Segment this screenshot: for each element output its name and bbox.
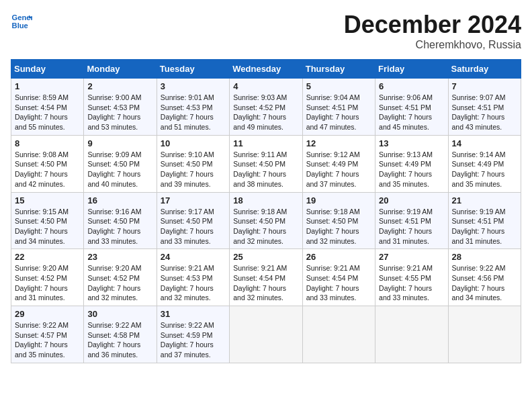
weekday-header-cell: Wednesday xyxy=(230,60,302,79)
day-detail: Sunrise: 9:20 AMSunset: 4:52 PMDaylight:… xyxy=(15,264,69,302)
day-number: 17 xyxy=(161,195,226,205)
day-number: 3 xyxy=(161,81,226,91)
day-detail: Sunrise: 9:21 AMSunset: 4:54 PMDaylight:… xyxy=(233,264,287,302)
day-detail: Sunrise: 9:13 AMSunset: 4:49 PMDaylight:… xyxy=(379,150,433,188)
day-detail: Sunrise: 9:19 AMSunset: 4:51 PMDaylight:… xyxy=(452,208,506,245)
calendar-table: SundayMondayTuesdayWednesdayThursdayFrid… xyxy=(11,59,521,363)
calendar-day-cell: 17 Sunrise: 9:17 AMSunset: 4:50 PMDaylig… xyxy=(157,192,229,249)
day-detail: Sunrise: 9:21 AMSunset: 4:55 PMDaylight:… xyxy=(379,264,433,302)
calendar-day-cell: 15 Sunrise: 9:15 AMSunset: 4:50 PMDaylig… xyxy=(11,192,84,249)
day-number: 11 xyxy=(233,138,298,148)
calendar-day-cell: 14 Sunrise: 9:14 AMSunset: 4:49 PMDaylig… xyxy=(448,135,521,192)
title-block: December 2024 Cheremkhovo, Russia xyxy=(344,11,521,51)
calendar-week-row: 8 Sunrise: 9:08 AMSunset: 4:50 PMDayligh… xyxy=(11,135,521,192)
day-number: 4 xyxy=(233,81,298,91)
page-header: General Blue December 2024 Cheremkhovo, … xyxy=(11,11,521,51)
calendar-day-cell: 18 Sunrise: 9:18 AMSunset: 4:50 PMDaylig… xyxy=(230,192,302,249)
day-number: 8 xyxy=(15,138,80,148)
day-number: 12 xyxy=(306,138,371,148)
day-detail: Sunrise: 9:18 AMSunset: 4:50 PMDaylight:… xyxy=(233,208,287,245)
calendar-day-cell: 9 Sunrise: 9:09 AMSunset: 4:50 PMDayligh… xyxy=(84,135,157,192)
calendar-day-cell: 28 Sunrise: 9:22 AMSunset: 4:56 PMDaylig… xyxy=(448,249,521,306)
day-number: 5 xyxy=(306,81,371,91)
day-detail: Sunrise: 9:22 AMSunset: 4:58 PMDaylight:… xyxy=(87,321,141,359)
day-number: 15 xyxy=(15,195,80,205)
day-number: 18 xyxy=(233,195,298,205)
calendar-day-cell: 26 Sunrise: 9:21 AMSunset: 4:54 PMDaylig… xyxy=(302,249,375,306)
calendar-day-cell xyxy=(302,306,375,363)
day-number: 26 xyxy=(306,252,371,262)
day-number: 24 xyxy=(161,252,226,262)
calendar-day-cell: 20 Sunrise: 9:19 AMSunset: 4:51 PMDaylig… xyxy=(375,192,448,249)
day-number: 27 xyxy=(379,252,444,262)
day-number: 7 xyxy=(452,81,517,91)
calendar-day-cell: 8 Sunrise: 9:08 AMSunset: 4:50 PMDayligh… xyxy=(11,135,84,192)
day-detail: Sunrise: 9:04 AMSunset: 4:51 PMDaylight:… xyxy=(306,93,360,131)
weekday-header-cell: Sunday xyxy=(11,60,84,79)
logo-icon: General Blue xyxy=(11,11,32,32)
calendar-day-cell: 29 Sunrise: 9:22 AMSunset: 4:57 PMDaylig… xyxy=(11,306,84,363)
weekday-header-cell: Friday xyxy=(375,60,448,79)
day-number: 31 xyxy=(161,309,226,319)
day-number: 16 xyxy=(87,195,152,205)
day-detail: Sunrise: 9:07 AMSunset: 4:51 PMDaylight:… xyxy=(452,93,506,131)
calendar-day-cell: 30 Sunrise: 9:22 AMSunset: 4:58 PMDaylig… xyxy=(84,306,157,363)
calendar-day-cell: 25 Sunrise: 9:21 AMSunset: 4:54 PMDaylig… xyxy=(230,249,302,306)
logo: General Blue xyxy=(11,11,32,32)
day-number: 9 xyxy=(87,138,152,148)
day-number: 23 xyxy=(87,252,152,262)
calendar-day-cell xyxy=(448,306,521,363)
day-detail: Sunrise: 9:03 AMSunset: 4:52 PMDaylight:… xyxy=(233,93,287,131)
calendar-day-cell: 22 Sunrise: 9:20 AMSunset: 4:52 PMDaylig… xyxy=(11,249,84,306)
day-number: 14 xyxy=(452,138,517,148)
day-detail: Sunrise: 9:01 AMSunset: 4:53 PMDaylight:… xyxy=(161,93,214,131)
day-detail: Sunrise: 9:15 AMSunset: 4:50 PMDaylight:… xyxy=(15,208,69,245)
day-number: 6 xyxy=(379,81,444,91)
day-detail: Sunrise: 9:00 AMSunset: 4:53 PMDaylight:… xyxy=(87,93,141,131)
calendar-day-cell: 27 Sunrise: 9:21 AMSunset: 4:55 PMDaylig… xyxy=(375,249,448,306)
calendar-body: 1 Sunrise: 8:59 AMSunset: 4:54 PMDayligh… xyxy=(11,79,521,363)
calendar-day-cell: 6 Sunrise: 9:06 AMSunset: 4:51 PMDayligh… xyxy=(375,79,448,136)
calendar-day-cell xyxy=(375,306,448,363)
calendar-day-cell: 24 Sunrise: 9:21 AMSunset: 4:53 PMDaylig… xyxy=(157,249,229,306)
day-number: 29 xyxy=(15,309,80,319)
calendar-day-cell: 7 Sunrise: 9:07 AMSunset: 4:51 PMDayligh… xyxy=(448,79,521,136)
day-number: 1 xyxy=(15,81,80,91)
day-number: 13 xyxy=(379,138,444,148)
weekday-header-cell: Thursday xyxy=(302,60,375,79)
day-detail: Sunrise: 9:21 AMSunset: 4:53 PMDaylight:… xyxy=(161,264,214,302)
calendar-day-cell: 31 Sunrise: 9:22 AMSunset: 4:59 PMDaylig… xyxy=(157,306,229,363)
day-detail: Sunrise: 8:59 AMSunset: 4:54 PMDaylight:… xyxy=(15,93,69,131)
day-number: 21 xyxy=(452,195,517,205)
calendar-day-cell: 10 Sunrise: 9:10 AMSunset: 4:50 PMDaylig… xyxy=(157,135,229,192)
calendar-day-cell: 16 Sunrise: 9:16 AMSunset: 4:50 PMDaylig… xyxy=(84,192,157,249)
calendar-week-row: 29 Sunrise: 9:22 AMSunset: 4:57 PMDaylig… xyxy=(11,306,521,363)
day-detail: Sunrise: 9:06 AMSunset: 4:51 PMDaylight:… xyxy=(379,93,433,131)
weekday-header-cell: Saturday xyxy=(448,60,521,79)
day-detail: Sunrise: 9:18 AMSunset: 4:50 PMDaylight:… xyxy=(306,208,360,245)
weekday-header-row: SundayMondayTuesdayWednesdayThursdayFrid… xyxy=(11,60,521,79)
day-number: 30 xyxy=(87,309,152,319)
calendar-day-cell: 2 Sunrise: 9:00 AMSunset: 4:53 PMDayligh… xyxy=(84,79,157,136)
day-number: 19 xyxy=(306,195,371,205)
calendar-day-cell: 11 Sunrise: 9:11 AMSunset: 4:50 PMDaylig… xyxy=(230,135,302,192)
day-number: 22 xyxy=(15,252,80,262)
day-detail: Sunrise: 9:10 AMSunset: 4:50 PMDaylight:… xyxy=(161,150,214,188)
day-number: 20 xyxy=(379,195,444,205)
day-detail: Sunrise: 9:08 AMSunset: 4:50 PMDaylight:… xyxy=(15,150,69,188)
weekday-header-cell: Tuesday xyxy=(157,60,229,79)
calendar-day-cell: 13 Sunrise: 9:13 AMSunset: 4:49 PMDaylig… xyxy=(375,135,448,192)
day-number: 2 xyxy=(87,81,152,91)
day-detail: Sunrise: 9:17 AMSunset: 4:50 PMDaylight:… xyxy=(161,208,214,245)
day-detail: Sunrise: 9:22 AMSunset: 4:57 PMDaylight:… xyxy=(15,321,69,359)
day-detail: Sunrise: 9:09 AMSunset: 4:50 PMDaylight:… xyxy=(87,150,141,188)
day-number: 10 xyxy=(161,138,226,148)
day-detail: Sunrise: 9:19 AMSunset: 4:51 PMDaylight:… xyxy=(379,208,433,245)
day-detail: Sunrise: 9:22 AMSunset: 4:59 PMDaylight:… xyxy=(161,321,214,359)
calendar-subtitle: Cheremkhovo, Russia xyxy=(344,39,521,51)
day-detail: Sunrise: 9:21 AMSunset: 4:54 PMDaylight:… xyxy=(306,264,360,302)
calendar-day-cell: 23 Sunrise: 9:20 AMSunset: 4:52 PMDaylig… xyxy=(84,249,157,306)
calendar-week-row: 1 Sunrise: 8:59 AMSunset: 4:54 PMDayligh… xyxy=(11,79,521,136)
calendar-day-cell: 19 Sunrise: 9:18 AMSunset: 4:50 PMDaylig… xyxy=(302,192,375,249)
calendar-day-cell: 4 Sunrise: 9:03 AMSunset: 4:52 PMDayligh… xyxy=(230,79,302,136)
